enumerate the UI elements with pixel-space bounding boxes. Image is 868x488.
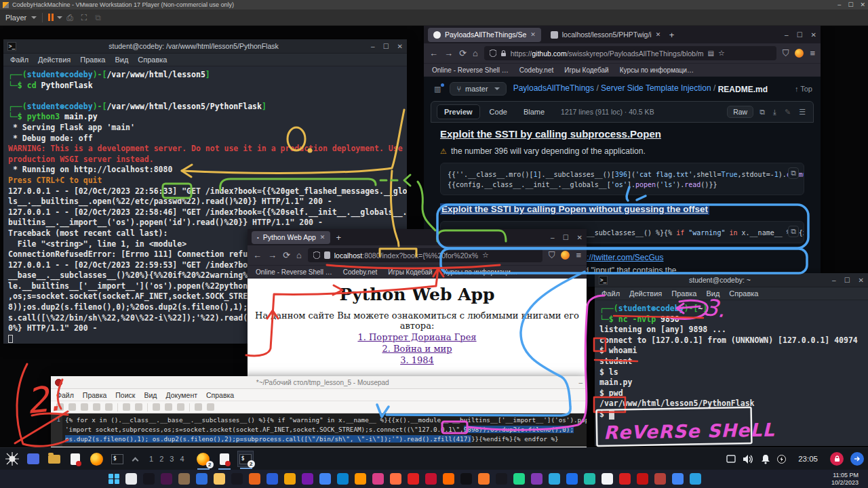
vmware-minimize-button[interactable]: – — [837, 1, 841, 8]
fullscreen-icon[interactable]: ⛶ — [81, 13, 87, 22]
menu-item[interactable]: Действия — [629, 289, 662, 298]
reload-icon[interactable] — [105, 403, 113, 411]
home-icon[interactable]: ⌂ — [473, 48, 478, 58]
close-button[interactable]: ✕ — [811, 31, 816, 39]
menu-icon[interactable]: ≡ — [810, 48, 815, 58]
menu-item[interactable]: Правка — [80, 56, 105, 64]
tab-close-icon[interactable]: ✕ — [656, 31, 661, 38]
firefox-account-icon[interactable] — [561, 251, 570, 260]
terminal-nc-output[interactable]: ┌──(student⊛codeby)-[~]└─$ nc -nvlp 9898… — [595, 300, 868, 446]
volume-icon[interactable] — [743, 454, 754, 464]
book-link-2[interactable]: 2. Война и мир — [248, 344, 587, 354]
save-icon[interactable] — [81, 403, 88, 411]
file-explorer-icon[interactable] — [214, 473, 225, 485]
workspace-switcher-icon[interactable] — [25, 451, 41, 467]
close-button[interactable]: ✕ — [577, 234, 583, 241]
calendar-icon[interactable] — [196, 473, 208, 485]
pause-vm-button[interactable] — [48, 14, 54, 21]
outline-icon[interactable]: ☰ — [797, 108, 808, 117]
reader-mode-icon[interactable]: ▤ — [708, 49, 714, 57]
taskbar-firefox-window[interactable]: 2 — [195, 451, 212, 467]
menu-item[interactable]: Файл — [56, 391, 74, 399]
onenote-icon[interactable] — [302, 473, 313, 485]
bookmark-star-icon[interactable]: ☆ — [482, 251, 489, 260]
copy-icon[interactable]: ⧉ — [757, 108, 767, 117]
back-icon[interactable]: ← — [253, 250, 262, 260]
firefox-launcher-icon[interactable] — [88, 451, 104, 467]
gauge-app-icon[interactable] — [143, 473, 155, 485]
minimize-button[interactable]: – — [551, 234, 555, 241]
security-app-icon[interactable] — [566, 473, 578, 485]
lock-screen-icon[interactable] — [830, 452, 844, 466]
maximize-button[interactable]: ☐ — [383, 43, 389, 50]
mousepad-titlebar[interactable]: *~/Рабочий стол/tmp_lesson_5 - Mousepad … — [51, 376, 587, 389]
minimize-button[interactable]: – — [785, 31, 789, 39]
menu-item[interactable]: Поиск — [115, 391, 135, 399]
forward-icon[interactable]: → — [268, 250, 277, 260]
menu-item[interactable]: Документ — [165, 391, 197, 399]
telegram-icon[interactable] — [690, 473, 701, 485]
cut-icon[interactable] — [153, 403, 160, 411]
terminal-launcher-icon[interactable]: $ — [109, 451, 125, 467]
menu-item[interactable]: Игры Кодебай — [564, 66, 608, 74]
maximize-button[interactable]: ☐ — [844, 277, 850, 284]
menu-item[interactable]: Справка — [206, 391, 234, 399]
cinema4d-icon[interactable] — [460, 473, 472, 485]
branch-selector[interactable]: ⑂master — [450, 82, 506, 96]
bell-icon[interactable] — [761, 454, 770, 464]
menu-item[interactable]: Online - Reverse Shell … — [432, 66, 509, 74]
media-app-icon[interactable] — [372, 473, 384, 485]
breadcrumb-repo[interactable]: PayloadsAllTheThings — [513, 83, 594, 93]
ssti-subprocess-heading[interactable]: Exploit the SSTI by calling subprocess.P… — [440, 128, 804, 140]
new-tab-button[interactable]: + — [669, 30, 675, 40]
menu-item[interactable]: Online - Reverse Shell … — [256, 268, 332, 276]
edge-icon[interactable] — [337, 473, 349, 485]
vm-clock[interactable]: 23:05 — [798, 455, 818, 463]
virtualbox-icon[interactable] — [267, 473, 278, 485]
menu-item[interactable]: Файл — [10, 56, 28, 64]
tab-preview[interactable]: Preview — [437, 104, 480, 119]
vmware-close-button[interactable]: ✕ — [860, 1, 865, 8]
menu-item[interactable]: Codeby.net — [519, 66, 553, 74]
menu-item[interactable]: Вид — [144, 391, 157, 399]
menu-item[interactable]: Действия — [38, 56, 71, 64]
shop-app-icon[interactable] — [408, 473, 419, 485]
app-menu-icon[interactable] — [4, 451, 20, 467]
terminal-nc-titlebar[interactable]: >_ student@codeby: ~ – ☐ ✕ — [595, 273, 868, 287]
mousepad-editor[interactable]: 1 {% for x in ().__class__.__base__.__su… — [51, 413, 587, 447]
menu-item[interactable]: Курсы по информаци… — [443, 268, 517, 276]
slack-icon[interactable] — [161, 473, 172, 485]
htb-app-icon[interactable] — [584, 473, 595, 485]
tab-close-icon[interactable]: ✕ — [530, 31, 536, 38]
firefox-icon[interactable] — [355, 473, 366, 485]
tab-payloadsallthethings[interactable]: PayloadsAllTheThings/Se ✕ — [428, 28, 541, 42]
firefox-account-icon[interactable] — [795, 49, 804, 58]
clock-app-icon[interactable] — [249, 473, 260, 485]
file-tree-icon[interactable]: ▥ — [432, 85, 443, 94]
maximize-button[interactable]: ☐ — [797, 31, 803, 39]
toolbox-app-icon[interactable] — [654, 473, 666, 485]
red-gear-app-icon[interactable] — [619, 473, 631, 485]
taskbar-mousepad-window[interactable] — [216, 451, 233, 467]
chevron-up-icon[interactable] — [132, 457, 139, 464]
code-block-subprocess[interactable]: {{''.__class__.mro()[1].__subclasses__()… — [440, 163, 804, 195]
send-ctrl-alt-del-icon[interactable]: ⎙ — [66, 13, 73, 22]
terminal-flask-titlebar[interactable]: >_ student@codeby: /var/www/html/lesson5… — [3, 39, 407, 54]
book-link-3[interactable]: 3. 1984 — [248, 355, 587, 365]
save-as-icon[interactable] — [93, 403, 100, 411]
reload-icon[interactable]: ⟳ — [459, 48, 467, 58]
host-clock[interactable]: 11:05 PM 10/2/2023 — [831, 472, 859, 487]
window-tray-icon[interactable] — [726, 455, 736, 463]
forward-icon[interactable]: → — [444, 48, 453, 58]
breadcrumb-dir[interactable]: Server Side Template Injection — [601, 83, 711, 93]
bookmark-star-icon[interactable]: ☆ — [718, 49, 725, 58]
menu-item[interactable]: Правка — [83, 391, 106, 399]
kali-app-icon[interactable] — [601, 473, 613, 485]
top-link[interactable]: ↑ Top — [795, 85, 812, 93]
minimize-button[interactable]: – — [578, 379, 583, 386]
home-icon[interactable]: ⌂ — [296, 250, 302, 260]
open-file-icon[interactable] — [68, 403, 76, 411]
blender-icon[interactable] — [478, 473, 490, 485]
taskbar-terminal-window[interactable]: $2 — [237, 451, 254, 467]
power-manager-icon[interactable] — [777, 455, 786, 464]
